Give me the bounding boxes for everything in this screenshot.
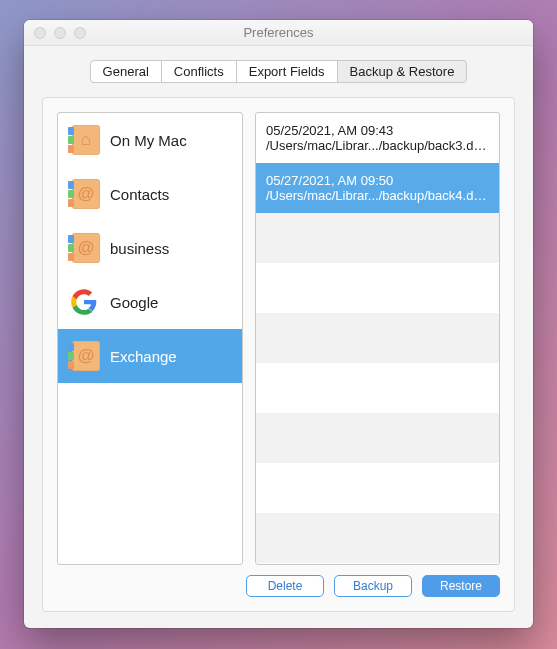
account-label: Contacts xyxy=(110,186,169,203)
at-icon: @ xyxy=(68,178,100,210)
account-label: On My Mac xyxy=(110,132,187,149)
account-label: business xyxy=(110,240,169,257)
button-row: Delete Backup Restore xyxy=(57,575,500,597)
account-label: Exchange xyxy=(110,348,177,365)
minimize-icon[interactable] xyxy=(54,27,66,39)
empty-row xyxy=(256,463,499,513)
accounts-list: ⌂On My Mac @Contacts @business Google @E… xyxy=(57,112,243,565)
empty-row xyxy=(256,263,499,313)
account-row-business[interactable]: @business xyxy=(58,221,242,275)
window-controls xyxy=(34,27,86,39)
backup-path: /Users/mac/Librar.../backup/back4.data xyxy=(266,188,489,203)
tab-general[interactable]: General xyxy=(90,60,162,83)
tab-backup-restore[interactable]: Backup & Restore xyxy=(337,60,468,83)
backups-list: 05/25/2021, AM 09:43 /Users/mac/Librar..… xyxy=(255,112,500,565)
backup-restore-panel: ⌂On My Mac @Contacts @business Google @E… xyxy=(42,97,515,612)
account-label: Google xyxy=(110,294,158,311)
tab-export-fields[interactable]: Export Fields xyxy=(236,60,338,83)
account-row-exchange[interactable]: @Exchange xyxy=(58,329,242,383)
close-icon[interactable] xyxy=(34,27,46,39)
backup-row[interactable]: 05/25/2021, AM 09:43 /Users/mac/Librar..… xyxy=(256,113,499,163)
account-row-on-my-mac[interactable]: ⌂On My Mac xyxy=(58,113,242,167)
restore-button[interactable]: Restore xyxy=(422,575,500,597)
backup-date: 05/27/2021, AM 09:50 xyxy=(266,173,489,188)
preferences-window: Preferences GeneralConflictsExport Field… xyxy=(24,20,533,628)
empty-row xyxy=(256,413,499,463)
backup-row[interactable]: 05/27/2021, AM 09:50 /Users/mac/Librar..… xyxy=(256,163,499,213)
tab-bar: GeneralConflictsExport FieldsBackup & Re… xyxy=(24,60,533,83)
backup-path: /Users/mac/Librar.../backup/back3.data xyxy=(266,138,489,153)
zoom-icon[interactable] xyxy=(74,27,86,39)
empty-row xyxy=(256,513,499,563)
window-title: Preferences xyxy=(24,25,533,40)
titlebar: Preferences xyxy=(24,20,533,46)
account-row-google[interactable]: Google xyxy=(58,275,242,329)
backup-date: 05/25/2021, AM 09:43 xyxy=(266,123,489,138)
at-icon: @ xyxy=(68,340,100,372)
empty-row xyxy=(256,313,499,363)
backup-button[interactable]: Backup xyxy=(334,575,412,597)
at-icon: @ xyxy=(68,232,100,264)
empty-row xyxy=(256,213,499,263)
home-icon: ⌂ xyxy=(68,124,100,156)
tab-conflicts[interactable]: Conflicts xyxy=(161,60,237,83)
google-icon xyxy=(68,286,100,318)
delete-button[interactable]: Delete xyxy=(246,575,324,597)
account-row-contacts[interactable]: @Contacts xyxy=(58,167,242,221)
empty-row xyxy=(256,363,499,413)
